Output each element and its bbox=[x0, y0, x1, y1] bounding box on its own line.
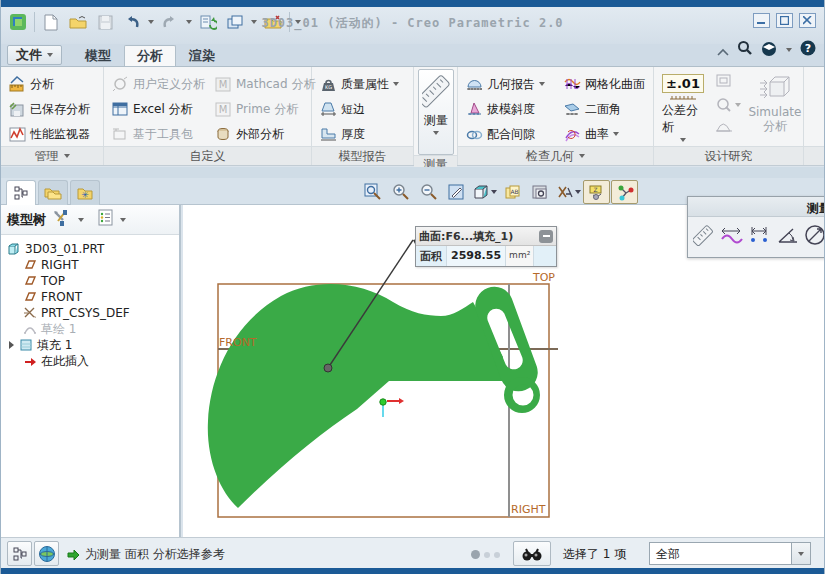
close-button[interactable] bbox=[799, 13, 816, 28]
tab-file[interactable]: 文件 bbox=[7, 45, 62, 65]
tab-favorites[interactable]: ✳ bbox=[70, 180, 100, 205]
dihedral-angle-button[interactable]: 二面角 bbox=[561, 97, 648, 121]
analysis-button[interactable]: 分析 bbox=[6, 72, 93, 96]
title-bar: 3D03_01 (活动的) - Creo Parametric 2.0 bbox=[1, 7, 824, 44]
status-bar: 为测量 面积 分析选择参考 选择了 1 项 全部 bbox=[1, 537, 824, 568]
tab-render[interactable]: 渲染 bbox=[176, 45, 228, 66]
group-label-manage[interactable]: 管理 bbox=[1, 146, 103, 165]
tree-item-fill[interactable]: 填充 1 bbox=[1, 337, 179, 353]
thickness-button[interactable]: 厚度 bbox=[317, 122, 402, 146]
area-unit[interactable]: mm² bbox=[505, 246, 534, 266]
ribbon-gap bbox=[1, 167, 824, 178]
sensitivity-study-icon[interactable] bbox=[715, 73, 741, 93]
short-edge-button[interactable]: 短边 bbox=[317, 97, 402, 121]
right-plane-label: RIGHT bbox=[511, 503, 546, 516]
toggle-model-tree-button[interactable] bbox=[7, 541, 32, 566]
popup-header[interactable]: 曲面:F6...填充_1) bbox=[416, 227, 556, 246]
tree-tools-icon[interactable] bbox=[52, 209, 72, 231]
tree-item-csys[interactable]: PRT_CSYS_DEF bbox=[1, 305, 179, 321]
palette-toolbar bbox=[688, 217, 825, 248]
curvature-button[interactable]: 曲率 bbox=[561, 122, 648, 146]
display-style-button[interactable] bbox=[471, 180, 498, 204]
find-button[interactable] bbox=[513, 541, 551, 566]
filter-dropdown-button[interactable] bbox=[791, 543, 810, 564]
collapse-ribbon-icon[interactable] bbox=[717, 41, 729, 60]
window-title: 3D03_01 (活动的) - Creo Parametric 2.0 bbox=[1, 15, 824, 32]
measure-summary-icon[interactable] bbox=[693, 222, 716, 248]
measure-diameter-icon[interactable] bbox=[804, 222, 825, 248]
file-dropdown-arrow-icon bbox=[47, 53, 53, 57]
measure-palette[interactable]: 测量 bbox=[687, 196, 825, 258]
tolerance-analysis-button[interactable]: ±.01 公差分析 bbox=[659, 72, 707, 144]
toolkit-based-button[interactable]: 基于工具包 bbox=[109, 122, 208, 146]
tree-tools-arrow-icon[interactable] bbox=[78, 218, 84, 222]
tab-model-tree[interactable] bbox=[6, 180, 36, 205]
zoom-in-button[interactable] bbox=[387, 180, 414, 204]
measure-distance-icon[interactable] bbox=[748, 222, 772, 248]
tab-folder-browser[interactable] bbox=[38, 180, 68, 205]
statistics-study-icon[interactable] bbox=[715, 117, 741, 137]
measure-dropdown-arrow-icon bbox=[433, 131, 439, 135]
measure-angle-icon[interactable] bbox=[776, 222, 800, 248]
tree-item-insert-here[interactable]: 在此插入 bbox=[1, 353, 179, 369]
view-manager-button[interactable] bbox=[527, 180, 554, 204]
measure-button[interactable]: 测量 bbox=[418, 69, 454, 155]
tree-settings-arrow-icon[interactable] bbox=[120, 218, 126, 222]
tree-item-front-plane[interactable]: FRONT bbox=[1, 289, 179, 305]
collapse-popup-icon[interactable] bbox=[539, 230, 553, 243]
measure-result-popup[interactable]: 曲面:F6...填充_1) 面积 2598.55 mm² bbox=[415, 226, 557, 267]
mesh-surface-button[interactable]: 网格化曲面 bbox=[561, 72, 648, 96]
tree-item-top-plane[interactable]: TOP bbox=[1, 273, 179, 289]
refit-button[interactable] bbox=[359, 180, 386, 204]
popup-title: 曲面:F6...填充_1) bbox=[419, 229, 539, 244]
expand-arrow-icon[interactable] bbox=[9, 341, 14, 349]
group-manage: 分析 已保存分析 性能监视器 管理 bbox=[1, 67, 104, 165]
help-icon[interactable]: ? bbox=[800, 40, 816, 60]
fit-clearance-button[interactable]: 配合间隙 bbox=[463, 122, 557, 146]
group-label-custom: 自定义 bbox=[104, 146, 311, 165]
svg-text:M: M bbox=[219, 79, 228, 90]
saved-analyses-button[interactable]: 已保存分析 bbox=[6, 97, 93, 121]
zoom-out-button[interactable] bbox=[415, 180, 442, 204]
learning-dropdown-arrow-icon[interactable] bbox=[786, 48, 792, 52]
measure-length-icon[interactable] bbox=[720, 222, 744, 248]
datum-display-button[interactable] bbox=[555, 180, 582, 204]
selection-filter-dropdown[interactable]: 全部 bbox=[649, 542, 811, 565]
command-search-icon[interactable] bbox=[737, 40, 753, 60]
feasibility-study-icon[interactable] bbox=[715, 97, 741, 113]
tree-item-right-plane[interactable]: RIGHT bbox=[1, 257, 179, 273]
svg-text:KG: KG bbox=[325, 84, 332, 90]
simulate-label: Simulate 分析 bbox=[748, 106, 801, 134]
check-geom-arrow-icon bbox=[579, 154, 585, 158]
mathcad-analysis-button[interactable]: MMathcad 分析 bbox=[212, 72, 318, 96]
tree-item-sketch[interactable]: 草绘 1 bbox=[1, 321, 179, 337]
annotation-display-button[interactable]: Z bbox=[583, 180, 610, 204]
spin-center-button[interactable] bbox=[611, 180, 638, 204]
fill-surface[interactable] bbox=[208, 284, 540, 508]
curvature-arrow-icon bbox=[613, 132, 619, 136]
saved-views-button[interactable]: AB bbox=[499, 180, 526, 204]
draft-check-button[interactable]: 拔模斜度 bbox=[463, 97, 557, 121]
group-label-check-geometry[interactable]: 检查几何 bbox=[458, 146, 653, 165]
tree-item-part[interactable]: 3D03_01.PRT bbox=[1, 241, 179, 257]
ribbon-filler bbox=[804, 67, 824, 165]
excel-analysis-button[interactable]: Excel 分析 bbox=[109, 97, 208, 121]
learning-center-icon[interactable] bbox=[761, 41, 778, 60]
ribbon: 分析 已保存分析 性能监视器 管理 用户定义分析 Excel 分析 基于工具包 … bbox=[1, 66, 824, 166]
simulate-analysis-button[interactable]: Simulate 分析 bbox=[749, 72, 801, 136]
performance-monitor-button[interactable]: 性能监视器 bbox=[6, 122, 93, 146]
status-prompt: 为测量 面积 分析选择参考 bbox=[67, 546, 225, 563]
palette-title-bar[interactable]: 测量 bbox=[688, 197, 825, 217]
tree-settings-icon[interactable] bbox=[98, 209, 114, 230]
external-analysis-button[interactable]: 外部分析 bbox=[212, 122, 318, 146]
user-defined-analysis-button[interactable]: 用户定义分析 bbox=[109, 72, 208, 96]
prime-analysis-button[interactable]: MPrime 分析 bbox=[212, 97, 318, 121]
restore-button[interactable] bbox=[776, 13, 793, 28]
tab-analysis[interactable]: 分析 bbox=[124, 45, 176, 66]
repaint-button[interactable] bbox=[443, 180, 470, 204]
toggle-browser-button[interactable] bbox=[34, 541, 59, 566]
geometry-report-button[interactable]: 几何报告 bbox=[463, 72, 557, 96]
mass-properties-button[interactable]: KG质量属性 bbox=[317, 72, 402, 96]
tab-model[interactable]: 模型 bbox=[72, 45, 124, 66]
minimize-button[interactable] bbox=[753, 13, 770, 28]
